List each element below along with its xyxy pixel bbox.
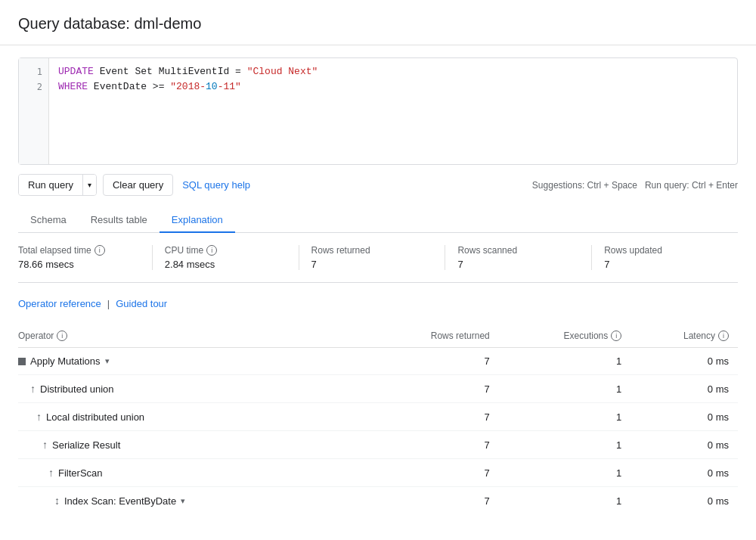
editor-content[interactable]: UPDATE Event Set MultiEventId = "Cloud N… <box>19 58 737 164</box>
table-row: ↕ Index Scan: EventByDate ▾ 7 1 0 ms <box>18 487 738 515</box>
table-row: ↑ FilterScan 7 1 0 ms <box>18 459 738 487</box>
operator-local-distributed-union: ↑ Local distributed union <box>18 403 365 431</box>
run-query-button[interactable]: Run query <box>19 175 82 195</box>
stat-rows-returned-label: Rows returned <box>311 245 433 256</box>
distributed-union-latency: 0 ms <box>631 375 738 403</box>
tab-results-table[interactable]: Results table <box>79 208 160 233</box>
page-header: Query database: dml-demo <box>0 0 756 45</box>
operator-distributed-union: ↑ Distributed union <box>18 375 365 403</box>
apply-mutations-rows: 7 <box>365 348 499 375</box>
th-executions: Executions i <box>499 324 631 348</box>
suggestions-text: Suggestions: Ctrl + Space Run query: Ctr… <box>532 180 738 191</box>
sql-help-link[interactable]: SQL query help <box>179 175 253 195</box>
stat-cpu-time-label: CPU time i <box>165 245 287 256</box>
operator-index-scan: ↕ Index Scan: EventByDate ▾ <box>18 487 365 515</box>
table-row: ↑ Local distributed union 7 1 0 ms <box>18 403 738 431</box>
table-row: ↑ Serialize Result 7 1 0 ms <box>18 431 738 459</box>
apply-mutations-latency: 0 ms <box>631 348 738 375</box>
operator-table-header-row: Operator i Rows returned Executions i <box>18 324 738 348</box>
serialize-result-rows: 7 <box>365 431 499 459</box>
stat-total-elapsed: Total elapsed time i 78.66 msecs <box>18 245 153 270</box>
chevron-down-icon[interactable]: ▾ <box>181 496 185 506</box>
stat-rows-returned: Rows returned 7 <box>299 245 446 270</box>
clear-query-button[interactable]: Clear query <box>103 174 173 196</box>
stat-cpu-time: CPU time i 2.84 msecs <box>153 245 299 270</box>
th-rows-returned: Rows returned <box>365 324 499 348</box>
cpu-time-info-icon[interactable]: i <box>206 245 217 256</box>
filter-scan-execs: 1 <box>499 459 631 487</box>
chevron-down-icon[interactable]: ▾ <box>105 356 110 366</box>
stat-total-elapsed-value: 78.66 msecs <box>18 259 140 270</box>
operator-info-icon[interactable]: i <box>57 331 67 341</box>
operator-apply-mutations: Apply Mutations ▾ <box>18 348 365 375</box>
editor-line-2: WHERE EventDate >= "2018-10-11" <box>58 79 728 95</box>
arrow-up-icon: ↑ <box>48 467 54 479</box>
distributed-union-rows: 7 <box>365 375 499 403</box>
operator-serialize-result: ↑ Serialize Result <box>18 431 365 459</box>
tab-schema[interactable]: Schema <box>18 208 79 233</box>
operator-table: Operator i Rows returned Executions i <box>18 324 738 514</box>
run-query-group: Run query ▾ <box>18 174 97 196</box>
toolbar-row: Run query ▾ Clear query SQL query help S… <box>18 174 738 196</box>
index-scan-latency: 0 ms <box>631 487 738 515</box>
sql-text: Event Set MultiEventId = <box>100 66 247 77</box>
stat-rows-scanned-label: Rows scanned <box>457 245 579 256</box>
line-number-2: 2 <box>37 79 42 95</box>
sql-string-date-end: -11" <box>218 81 241 92</box>
arrow-up-icon: ↑ <box>42 439 48 451</box>
serialize-result-execs: 1 <box>499 431 631 459</box>
th-operator: Operator i <box>18 324 365 348</box>
arrow-up-icon: ↑ <box>30 383 36 395</box>
links-row: Operator reference | Guided tour <box>18 292 738 315</box>
local-distributed-union-latency: 0 ms <box>631 403 738 431</box>
sql-keyword: UPDATE <box>58 66 94 77</box>
operator-filter-scan: ↑ FilterScan <box>18 459 365 487</box>
stat-rows-updated-value: 7 <box>604 259 726 270</box>
filter-scan-latency: 0 ms <box>631 459 738 487</box>
th-latency: Latency i <box>631 324 738 348</box>
sql-keyword-where: WHERE <box>58 81 88 92</box>
line-number-1: 1 <box>37 64 42 79</box>
filter-scan-rows: 7 <box>365 459 499 487</box>
square-icon <box>18 358 26 365</box>
editor-line-1: UPDATE Event Set MultiEventId = "Cloud N… <box>58 64 728 79</box>
page-container: Query database: dml-demo 1 2 UPDATE Even… <box>0 0 756 526</box>
run-query-dropdown-button[interactable]: ▾ <box>82 175 96 195</box>
arrow-up-icon: ↑ <box>36 411 42 423</box>
latency-info-icon[interactable]: i <box>718 331 729 341</box>
sql-number: 10 <box>206 81 218 92</box>
distributed-union-execs: 1 <box>499 375 631 403</box>
total-elapsed-info-icon[interactable]: i <box>94 245 105 256</box>
sql-string: "Cloud Next" <box>247 66 318 77</box>
content-area: 1 2 UPDATE Event Set MultiEventId = "Clo… <box>0 45 756 526</box>
tab-explanation[interactable]: Explanation <box>160 208 235 233</box>
links-separator: | <box>107 298 110 309</box>
stat-rows-updated-label: Rows updated <box>604 245 726 256</box>
page-title: Query database: dml-demo <box>18 15 738 33</box>
stat-cpu-time-value: 2.84 msecs <box>165 259 287 270</box>
stats-row: Total elapsed time i 78.66 msecs CPU tim… <box>18 233 738 283</box>
tabs-row: Schema Results table Explanation <box>18 208 738 233</box>
stat-rows-updated: Rows updated 7 <box>592 245 738 270</box>
executions-info-icon[interactable]: i <box>611 331 621 341</box>
bidirectional-arrow-icon: ↕ <box>54 495 60 507</box>
editor-gutter: 1 2 <box>19 58 49 164</box>
index-scan-rows: 7 <box>365 487 499 515</box>
local-distributed-union-execs: 1 <box>499 403 631 431</box>
local-distributed-union-rows: 7 <box>365 403 499 431</box>
index-scan-execs: 1 <box>499 487 631 515</box>
table-row: ↑ Distributed union 7 1 0 ms <box>18 375 738 403</box>
sql-string-date-start: "2018- <box>170 81 206 92</box>
sql-text-2: EventDate >= <box>94 81 170 92</box>
apply-mutations-execs: 1 <box>499 348 631 375</box>
stat-rows-scanned-value: 7 <box>457 259 579 270</box>
stat-rows-scanned: Rows scanned 7 <box>445 245 592 270</box>
stat-total-elapsed-label: Total elapsed time i <box>18 245 140 256</box>
code-editor[interactable]: 1 2 UPDATE Event Set MultiEventId = "Clo… <box>18 57 738 165</box>
guided-tour-link[interactable]: Guided tour <box>116 298 167 309</box>
suggestions-hint: Suggestions: Ctrl + Space Run query: Ctr… <box>532 180 738 191</box>
stat-rows-returned-value: 7 <box>311 259 433 270</box>
operator-reference-link[interactable]: Operator reference <box>18 298 101 309</box>
serialize-result-latency: 0 ms <box>631 431 738 459</box>
table-row: Apply Mutations ▾ 7 1 0 ms <box>18 348 738 375</box>
